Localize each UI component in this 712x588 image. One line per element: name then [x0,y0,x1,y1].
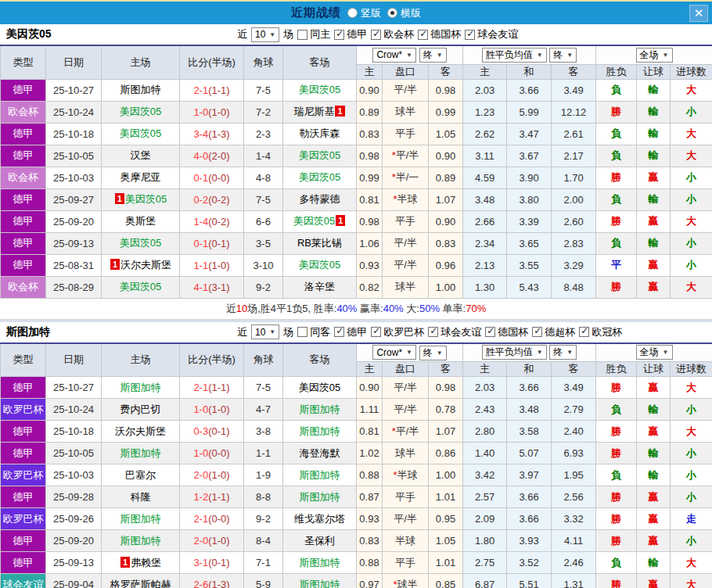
europe-away-odds: 3.29 [552,254,596,276]
section-header: 美因茨05 近 10▼ 场 同主 德甲欧会杯德国杯球会友谊 [0,24,712,45]
bookmaker-select[interactable]: Crow*▼ [372,345,416,360]
result-outcome: 負 [596,232,637,254]
europe-away-odds: 6.93 [552,443,596,464]
card-badge: 1 [336,215,345,226]
europe-home-odds: 6.87 [463,574,507,588]
result-outcome: 負 [596,123,637,145]
handicap-star: * [392,171,396,183]
corners: 7-1 [244,552,283,574]
asia-away-odds: 1.00 [429,464,463,486]
away-team: 美因茨05 [283,254,357,276]
filter-league-checkbox-0[interactable]: 德甲 [334,325,367,339]
europe-draw-odds: 3.97 [507,464,552,486]
match-date: 25-09-20 [46,530,102,552]
home-team: 1沃尔夫斯堡 [102,254,180,276]
europe-home-odds: 2.09 [463,508,507,530]
card-badge: 1 [110,259,120,270]
away-team: 美因茨05 [283,145,357,167]
asia-handicap: 平/半 [383,232,429,254]
result-outcome: 負 [596,79,637,101]
result-goals: 小 [671,188,712,210]
scope-select[interactable]: 全场▼ [636,345,673,360]
match-row: 欧罗巴杯 25-10-24 费内巴切 1-0(1-0) 4-7 斯图加特 1.1… [1,399,712,421]
checkbox-checked-icon [334,30,344,40]
filter-league-checkbox-1[interactable]: 欧罗巴杯 [371,325,424,339]
col-corner-header: 角球 [244,343,283,377]
corners: 1-4 [244,145,283,167]
matches-unit-label: 场 [283,325,293,339]
scope-select[interactable]: 全场▼ [636,48,673,63]
col-score-header: 比分(半场) [180,45,244,79]
filter-league-checkbox-3[interactable]: 球会友谊 [465,27,518,41]
away-team: 斯图加特 [283,421,357,443]
away-team: 海登海默 [283,443,357,464]
handicap-star: * [393,193,397,205]
europe-home-odds: 2.57 [463,486,507,508]
subcol-header-0: 主 [357,362,383,377]
europe-home-odds: 3.42 [463,464,507,486]
match-row: 德甲 25-09-20 奥斯堡 1-4(0-2) 6-6 美因茨051 0.98… [1,210,712,232]
filter-league-checkbox-5[interactable]: 欧冠杯 [579,325,622,339]
europe-away-odds: 3.32 [552,508,596,530]
away-team: 美因茨051 [283,210,357,232]
filter-league-checkbox-2[interactable]: 球会友谊 [428,325,481,339]
asia-state-select[interactable]: 终▼ [419,48,447,63]
europe-draw-odds: 3.65 [507,232,552,254]
handicap-star: * [393,469,397,481]
subcol-header-4: 和 [507,362,552,377]
match-count-select[interactable]: 10▼ [251,27,279,42]
filter-same-checkbox[interactable]: 同主 [297,27,330,41]
score: 1-1(1-0) [180,254,244,276]
subcol-header-5: 客 [552,362,596,377]
home-team: 1弗赖堡 [102,552,180,574]
corners: 4-7 [244,399,283,421]
col-home-header: 主场 [102,45,180,79]
radio-horizontal[interactable]: 横版 [387,6,421,20]
result-outcome: 勝 [596,574,637,588]
checkbox-checked-icon [428,327,438,337]
scope-select-cell: 全场▼ [596,343,712,362]
chevron-down-icon: ▼ [406,52,412,59]
scope-select-cell: 全场▼ [596,45,712,64]
asia-state-select[interactable]: 终▼ [419,346,447,360]
filter-league-checkbox-4[interactable]: 德超杯 [532,325,575,339]
handicap-star: * [393,579,397,588]
asia-home-odds: 0.83 [357,123,383,145]
asia-handicap: *平/半 [383,145,429,167]
filter-league-checkbox-2[interactable]: 德国杯 [418,27,461,41]
chevron-down-icon: ▼ [566,52,573,59]
bookmaker-select[interactable]: Crow*▼ [372,48,416,63]
filter-league-checkbox-0[interactable]: 德甲 [334,27,367,41]
match-row: 德甲 25-10-27 斯图加特 2-1(1-1) 7-5 美因茨05 0.90… [1,377,712,399]
match-count-select[interactable]: 10▼ [251,324,279,339]
close-button[interactable]: ✕ [689,5,708,22]
result-handicap: 贏 [637,210,671,232]
away-team: 斯图加特 [283,552,357,574]
radio-vertical[interactable]: 竖版 [347,6,381,20]
result-goals: 大 [671,421,712,443]
filter-same-checkbox[interactable]: 同客 [297,325,330,339]
away-team: 美因茨05 [283,79,357,101]
europe-away-odds: 1.70 [552,167,596,188]
europe-home-odds: 2.03 [463,79,507,101]
asia-home-odds: 0.90 [357,377,383,399]
corners: 7-2 [244,101,283,123]
europe-odds-select[interactable]: 胜平负均值▼ [482,345,547,360]
result-outcome: 負 [596,552,637,574]
asia-home-odds: 0.98 [357,145,383,167]
asia-away-odds: 0.90 [429,145,463,167]
europe-state-select[interactable]: 终▼ [549,48,577,63]
filter-league-checkbox-3[interactable]: 德国杯 [485,325,528,339]
checkbox-checked-icon [579,327,589,337]
europe-odds-select[interactable]: 胜平负均值▼ [482,48,547,63]
asia-odds-selects: Crow*▼ 终▼ [357,45,463,64]
match-row: 德甲 25-09-13 1弗赖堡 3-1(0-1) 7-1 斯图加特 0.88 … [1,552,712,574]
asia-home-odds: 1.11 [357,399,383,421]
filter-league-checkbox-1[interactable]: 欧会杯 [371,27,414,41]
radio-unchecked-icon [347,8,358,18]
asia-away-odds: 1.05 [429,530,463,552]
europe-home-odds: 3.48 [463,188,507,210]
europe-away-odds: 2.40 [552,421,596,443]
chevron-down-icon: ▼ [269,31,275,38]
europe-state-select[interactable]: 终▼ [549,345,577,360]
